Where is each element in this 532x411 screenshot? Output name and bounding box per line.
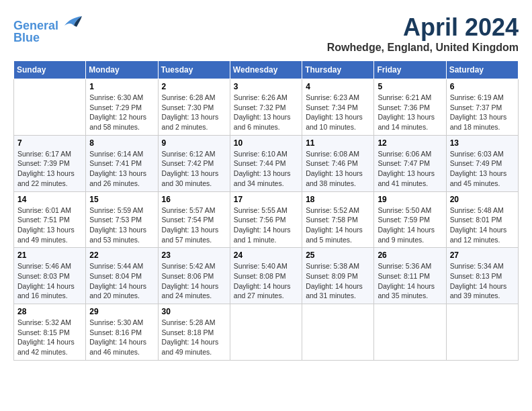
calendar-cell: 28Sunrise: 5:32 AM Sunset: 8:15 PM Dayli… (14, 304, 86, 361)
day-info: Sunrise: 5:46 AM Sunset: 8:03 PM Dayligh… (17, 261, 82, 301)
calendar-cell (230, 304, 302, 361)
day-number: 17 (234, 195, 298, 204)
calendar-cell: 17Sunrise: 5:55 AM Sunset: 7:56 PM Dayli… (230, 191, 302, 248)
day-number: 3 (234, 82, 298, 91)
day-header-friday: Friday (374, 61, 446, 79)
day-number: 5 (378, 82, 442, 91)
day-number: 23 (162, 250, 226, 260)
day-header-thursday: Thursday (302, 61, 374, 79)
day-info: Sunrise: 5:44 AM Sunset: 8:04 PM Dayligh… (89, 261, 154, 301)
calendar-cell: 9Sunrise: 6:12 AM Sunset: 7:42 PM Daylig… (158, 135, 230, 191)
day-number: 2 (162, 82, 226, 91)
day-info: Sunrise: 5:38 AM Sunset: 8:09 PM Dayligh… (306, 261, 370, 301)
day-info: Sunrise: 6:19 AM Sunset: 7:37 PM Dayligh… (450, 93, 515, 132)
day-info: Sunrise: 6:21 AM Sunset: 7:36 PM Dayligh… (378, 93, 442, 132)
day-info: Sunrise: 6:17 AM Sunset: 7:39 PM Dayligh… (17, 149, 82, 189)
calendar-cell: 25Sunrise: 5:38 AM Sunset: 8:09 PM Dayli… (302, 248, 374, 304)
calendar-cell: 6Sunrise: 6:19 AM Sunset: 7:37 PM Daylig… (446, 79, 518, 136)
calendar-cell: 10Sunrise: 6:10 AM Sunset: 7:44 PM Dayli… (230, 135, 302, 191)
day-number: 8 (89, 138, 154, 148)
day-info: Sunrise: 6:08 AM Sunset: 7:46 PM Dayligh… (306, 149, 370, 189)
week-row-2: 7Sunrise: 6:17 AM Sunset: 7:39 PM Daylig… (14, 135, 519, 191)
calendar-cell: 1Sunrise: 6:30 AM Sunset: 7:29 PM Daylig… (86, 79, 158, 136)
calendar-header-row: SundayMondayTuesdayWednesdayThursdayFrid… (14, 61, 519, 79)
calendar-cell: 15Sunrise: 5:59 AM Sunset: 7:53 PM Dayli… (86, 191, 158, 248)
day-number: 30 (162, 307, 226, 316)
day-header-wednesday: Wednesday (230, 61, 302, 79)
week-row-3: 14Sunrise: 6:01 AM Sunset: 7:51 PM Dayli… (14, 191, 519, 248)
day-info: Sunrise: 5:28 AM Sunset: 8:18 PM Dayligh… (162, 318, 226, 357)
week-row-4: 21Sunrise: 5:46 AM Sunset: 8:03 PM Dayli… (14, 248, 519, 304)
day-number: 16 (162, 195, 226, 204)
day-number: 15 (89, 195, 154, 204)
calendar-cell: 30Sunrise: 5:28 AM Sunset: 8:18 PM Dayli… (158, 304, 230, 361)
calendar-cell: 22Sunrise: 5:44 AM Sunset: 8:04 PM Dayli… (86, 248, 158, 304)
calendar-cell: 21Sunrise: 5:46 AM Sunset: 8:03 PM Dayli… (14, 248, 86, 304)
calendar-cell: 12Sunrise: 6:06 AM Sunset: 7:47 PM Dayli… (374, 135, 446, 191)
day-info: Sunrise: 5:48 AM Sunset: 8:01 PM Dayligh… (450, 205, 515, 245)
day-header-sunday: Sunday (14, 61, 86, 79)
day-info: Sunrise: 6:01 AM Sunset: 7:51 PM Dayligh… (17, 205, 82, 245)
calendar-cell: 18Sunrise: 5:52 AM Sunset: 7:58 PM Dayli… (302, 191, 374, 248)
week-row-5: 28Sunrise: 5:32 AM Sunset: 8:15 PM Dayli… (14, 304, 519, 361)
day-info: Sunrise: 6:30 AM Sunset: 7:29 PM Dayligh… (89, 93, 154, 132)
calendar-cell: 3Sunrise: 6:26 AM Sunset: 7:32 PM Daylig… (230, 79, 302, 136)
day-info: Sunrise: 5:32 AM Sunset: 8:15 PM Dayligh… (17, 318, 82, 357)
day-info: Sunrise: 5:42 AM Sunset: 8:06 PM Dayligh… (162, 261, 226, 301)
day-info: Sunrise: 6:26 AM Sunset: 7:32 PM Dayligh… (234, 93, 298, 132)
calendar-cell: 11Sunrise: 6:08 AM Sunset: 7:46 PM Dayli… (302, 135, 374, 191)
day-info: Sunrise: 6:14 AM Sunset: 7:41 PM Dayligh… (89, 149, 154, 189)
calendar-cell: 23Sunrise: 5:42 AM Sunset: 8:06 PM Dayli… (158, 248, 230, 304)
day-header-saturday: Saturday (446, 61, 518, 79)
day-number: 6 (450, 82, 515, 91)
title-area: April 2024 Rowhedge, England, United Kin… (327, 13, 519, 54)
day-info: Sunrise: 6:03 AM Sunset: 7:49 PM Dayligh… (450, 149, 515, 189)
day-info: Sunrise: 5:52 AM Sunset: 7:58 PM Dayligh… (306, 205, 370, 245)
day-number: 20 (450, 195, 515, 204)
day-number: 14 (17, 195, 82, 204)
calendar-cell: 8Sunrise: 6:14 AM Sunset: 7:41 PM Daylig… (86, 135, 158, 191)
calendar-cell: 16Sunrise: 5:57 AM Sunset: 7:54 PM Dayli… (158, 191, 230, 248)
day-number: 12 (378, 138, 442, 148)
calendar: SundayMondayTuesdayWednesdayThursdayFrid… (13, 60, 519, 361)
day-number: 4 (306, 82, 370, 91)
calendar-cell (14, 79, 86, 136)
calendar-cell: 27Sunrise: 5:34 AM Sunset: 8:13 PM Dayli… (446, 248, 518, 304)
day-info: Sunrise: 5:36 AM Sunset: 8:11 PM Dayligh… (378, 261, 442, 301)
logo-text: General (13, 13, 83, 33)
day-number: 13 (450, 138, 515, 148)
day-number: 9 (162, 138, 226, 148)
calendar-cell: 29Sunrise: 5:30 AM Sunset: 8:16 PM Dayli… (86, 304, 158, 361)
day-info: Sunrise: 5:30 AM Sunset: 8:16 PM Dayligh… (89, 318, 154, 357)
month-title: April 2024 (327, 13, 519, 42)
logo-blue-text: Blue (13, 32, 83, 45)
calendar-cell: 14Sunrise: 6:01 AM Sunset: 7:51 PM Dayli… (14, 191, 86, 248)
calendar-cell: 20Sunrise: 5:48 AM Sunset: 8:01 PM Dayli… (446, 191, 518, 248)
calendar-cell: 7Sunrise: 6:17 AM Sunset: 7:39 PM Daylig… (14, 135, 86, 191)
calendar-cell (446, 304, 518, 361)
day-info: Sunrise: 6:28 AM Sunset: 7:30 PM Dayligh… (162, 93, 226, 132)
logo: General Blue (13, 13, 83, 45)
day-number: 18 (306, 195, 370, 204)
day-number: 11 (306, 138, 370, 148)
day-info: Sunrise: 5:57 AM Sunset: 7:54 PM Dayligh… (162, 205, 226, 245)
day-number: 26 (378, 250, 442, 260)
week-row-1: 1Sunrise: 6:30 AM Sunset: 7:29 PM Daylig… (14, 79, 519, 136)
day-number: 7 (17, 138, 82, 148)
day-number: 1 (89, 82, 154, 91)
header: General Blue April 2024 Rowhedge, Englan… (13, 13, 519, 54)
day-header-tuesday: Tuesday (158, 61, 230, 79)
day-header-monday: Monday (86, 61, 158, 79)
day-number: 21 (17, 250, 82, 260)
day-info: Sunrise: 5:55 AM Sunset: 7:56 PM Dayligh… (234, 205, 298, 245)
day-info: Sunrise: 6:10 AM Sunset: 7:44 PM Dayligh… (234, 149, 298, 189)
calendar-cell: 19Sunrise: 5:50 AM Sunset: 7:59 PM Dayli… (374, 191, 446, 248)
logo-bird-icon (63, 13, 83, 30)
day-number: 24 (234, 250, 298, 260)
calendar-cell (302, 304, 374, 361)
day-info: Sunrise: 6:06 AM Sunset: 7:47 PM Dayligh… (378, 149, 442, 189)
day-number: 29 (89, 307, 154, 316)
location: Rowhedge, England, United Kingdom (327, 42, 519, 54)
day-number: 25 (306, 250, 370, 260)
day-number: 22 (89, 250, 154, 260)
